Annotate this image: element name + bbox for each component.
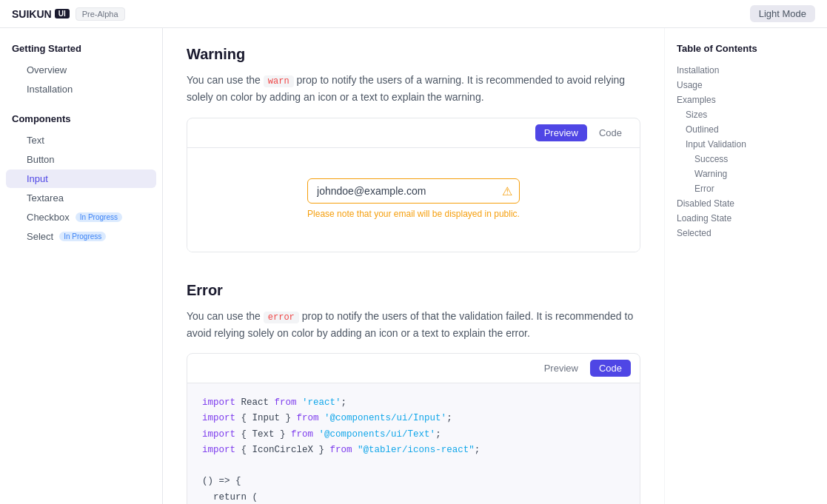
components-title: Components (0, 113, 162, 130)
toc-item-examples[interactable]: Examples (677, 93, 815, 107)
code-line-1: import React from 'react'; (202, 395, 625, 411)
warning-demo-tabs: Preview Code (187, 118, 640, 148)
toc-item-success[interactable]: Success (677, 152, 815, 167)
warning-desc-before: You can use the (187, 74, 264, 86)
brand-name: SUIKUN (12, 8, 52, 20)
error-demo-tabs: Preview Code (187, 354, 640, 383)
toc-item-outlined[interactable]: Outlined (677, 122, 815, 137)
code-line-2: import { Input } from '@components/ui/In… (202, 411, 625, 426)
error-preview-tab[interactable]: Preview (535, 360, 587, 377)
main-content: Warning You can use the warn prop to not… (163, 28, 664, 504)
sidebar-item-label: Textarea (27, 192, 64, 204)
warning-preview-area: ⚠ Please note that your email will be di… (187, 148, 640, 252)
code-line-3: import { Text } from '@components/ui/Tex… (202, 427, 625, 443)
error-desc-before: You can use the (187, 310, 264, 322)
warning-demo-box: Preview Code ⚠ Please note that your ema… (187, 118, 640, 252)
warning-title: Warning (187, 46, 640, 63)
warning-input[interactable] (307, 178, 520, 204)
toc-item-error[interactable]: Error (677, 181, 815, 196)
warning-icon: ⚠ (502, 184, 512, 198)
sidebar-item-label: Checkbox (27, 212, 70, 223)
sidebar-item-button[interactable]: Button (6, 150, 156, 169)
sidebar-item-input[interactable]: Input (6, 169, 156, 188)
error-code-block: import React from 'react'; import { Inpu… (187, 383, 640, 504)
toc-item-usage[interactable]: Usage (677, 78, 815, 93)
components-section: Components Text Button Input Textarea Ch… (0, 113, 162, 246)
sidebar-item-label: Select (27, 231, 53, 242)
sidebar-item-textarea[interactable]: Textarea (6, 189, 156, 207)
checkbox-in-progress-badge: In Progress (76, 212, 122, 222)
sidebar: Getting Started Overview Installation Co… (0, 28, 163, 504)
error-desc: You can use the error prop to notify the… (187, 308, 640, 342)
code-line-4: import { IconCircleX } from "@tabler/ico… (202, 443, 625, 458)
sidebar-item-label: Button (27, 154, 55, 165)
error-code: error (264, 312, 299, 323)
toc-item-installation[interactable]: Installation (677, 63, 815, 78)
warning-helper-text: Please note that your email will be disp… (307, 208, 520, 221)
brand: SUIKUN UI Pre-Alpha (12, 7, 125, 21)
error-section: Error You can use the error prop to noti… (187, 282, 640, 504)
error-code-tab[interactable]: Code (590, 360, 631, 377)
toc-title: Table of Contents (677, 43, 815, 54)
sidebar-item-text[interactable]: Text (6, 131, 156, 149)
sidebar-item-checkbox[interactable]: Checkbox In Progress (6, 208, 156, 226)
toc-item-loading-state[interactable]: Loading State (677, 211, 815, 226)
warning-desc: You can use the warn prop to notify the … (187, 72, 640, 106)
brand-logo: SUIKUN UI (12, 8, 70, 20)
warning-code-tab[interactable]: Code (590, 124, 631, 141)
ui-badge: UI (55, 9, 70, 19)
sidebar-item-select[interactable]: Select In Progress (6, 227, 156, 246)
sidebar-item-overview[interactable]: Overview (6, 61, 156, 79)
toc-sidebar: Table of Contents Installation Usage Exa… (664, 28, 827, 504)
warning-input-wrapper: ⚠ Please note that your email will be di… (307, 178, 520, 221)
navbar: SUIKUN UI Pre-Alpha Light Mode (0, 0, 827, 28)
select-in-progress-badge: In Progress (59, 232, 106, 241)
sidebar-item-label: Overview (27, 64, 67, 75)
error-title: Error (187, 282, 640, 299)
toc-item-sizes[interactable]: Sizes (677, 107, 815, 122)
warning-preview-tab[interactable]: Preview (535, 124, 587, 141)
code-line-5: () => { (202, 474, 625, 489)
getting-started-section: Getting Started Overview Installation (0, 43, 162, 98)
sidebar-item-label: Input (27, 173, 48, 184)
light-mode-button[interactable]: Light Mode (750, 5, 815, 22)
toc-item-disabled-state[interactable]: Disabled State (677, 196, 815, 211)
layout: Getting Started Overview Installation Co… (0, 28, 827, 504)
toc-item-input-validation[interactable]: Input Validation (677, 137, 815, 152)
warn-code: warn (264, 75, 294, 87)
toc-item-warning[interactable]: Warning (677, 167, 815, 181)
warning-input-field-wrap: ⚠ (307, 178, 520, 204)
error-demo-box: Preview Code import React from 'react'; … (187, 353, 640, 504)
sidebar-item-label: Installation (27, 84, 73, 95)
toc-item-selected[interactable]: Selected (677, 226, 815, 241)
code-line-6: return ( (202, 490, 625, 504)
warning-section: Warning You can use the warn prop to not… (187, 46, 640, 252)
pre-alpha-badge: Pre-Alpha (76, 7, 125, 21)
sidebar-item-installation[interactable]: Installation (6, 80, 156, 98)
sidebar-item-label: Text (27, 135, 44, 146)
getting-started-title: Getting Started (0, 43, 162, 60)
